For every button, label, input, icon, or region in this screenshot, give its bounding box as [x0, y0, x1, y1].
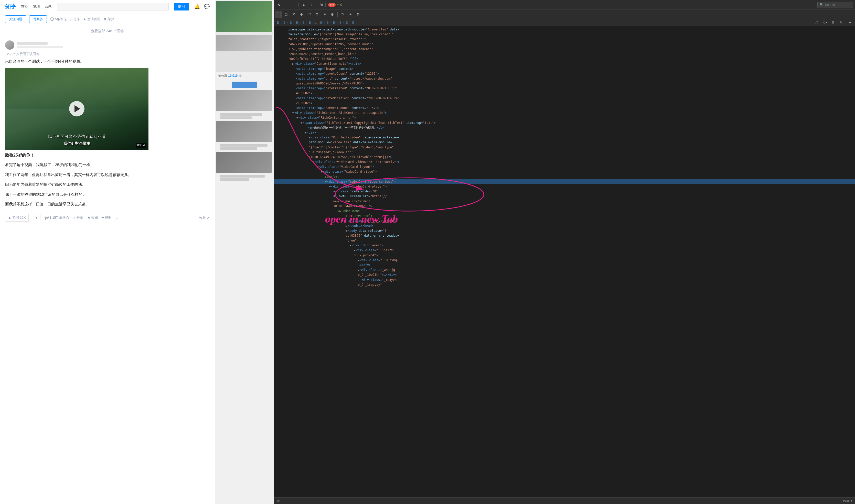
notification-icon[interactable]: 🔔 [194, 4, 200, 10]
triangle-38[interactable] [337, 209, 339, 214]
breadcrumb-item-1[interactable]: E [276, 20, 280, 24]
zhihu-search-input[interactable] [57, 3, 169, 11]
follow-question-button[interactable]: 关注问题 [5, 15, 26, 23]
code-line-18[interactable]: <div class="RichContent RichContent--une… [274, 110, 855, 115]
invite-action[interactable]: ★ 邀请回答 [83, 17, 101, 21]
triangle-41[interactable] [346, 223, 347, 229]
thumb-item-4[interactable] [216, 90, 272, 111]
code-line-45[interactable]: <div id="player"> [274, 243, 855, 248]
breadcrumb-item-6[interactable]: E [308, 20, 312, 24]
answer-count[interactable]: 查看全部 246 个回答 [0, 25, 215, 36]
triangle-33[interactable] [329, 184, 331, 189]
code-line-20[interactable]: <span class="RichText ztext CopyrightRic… [274, 121, 855, 125]
thumb-item-1[interactable] [216, 1, 272, 32]
triangle-22[interactable] [304, 130, 306, 135]
devtools-code-area[interactable]: itemscope data-za-detail-view-path-modul… [274, 26, 855, 497]
breadcrumb-item-7[interactable]: E [319, 20, 323, 24]
breadcrumb-item-9[interactable]: E [332, 20, 336, 24]
code-line-29[interactable]: <div class="VideoCard-layout"> [274, 164, 855, 169]
performance-tool-button[interactable]: ⬚ [306, 11, 313, 18]
code-line-40[interactable]: <html class="gr__v_vzuu_com"> [274, 218, 855, 223]
upvote-dropdown[interactable]: ▼ [33, 214, 40, 221]
sources-tool-button[interactable]: ⟲ [290, 11, 297, 18]
application-tool-button[interactable]: ≡ [321, 11, 328, 18]
thumb-item-6[interactable] [216, 152, 272, 173]
network-tool-button[interactable]: ⊕ [298, 11, 305, 18]
console-tool-button[interactable]: □ [283, 11, 290, 18]
nav-home[interactable]: 首页 [21, 4, 28, 9]
settings-tool-button[interactable]: ⚙ [354, 11, 362, 18]
share-button[interactable]: ▷ 分享 [73, 215, 83, 220]
report-action[interactable]: ⚑ 举报 [104, 17, 115, 21]
triangle-20[interactable] [300, 121, 302, 125]
breadcrumb-item-2[interactable]: E [282, 20, 286, 24]
code-line-33[interactable]: <div class="VideoCard-player"> [274, 184, 855, 189]
triangle-42[interactable] [346, 229, 347, 233]
devtools-close-button[interactable]: ✕ [276, 2, 282, 8]
nav-topics[interactable]: 话题 [45, 4, 52, 9]
print-icon[interactable]: 🖨 [813, 19, 820, 26]
breadcrumb-item-10[interactable]: E [338, 20, 342, 24]
triangle-19[interactable] [296, 115, 298, 120]
code-line-23[interactable]: <div class="RichText-video" data-za-deta… [274, 135, 855, 140]
triangle-46[interactable] [354, 248, 355, 253]
share-action[interactable]: ▷ 分享 [70, 17, 80, 21]
code-line-50[interactable]: <div class="_w3ddjq- [274, 268, 855, 272]
code-line-41[interactable]: <head>…</head> [274, 223, 855, 229]
comment-action[interactable]: 💬 5条评论 [50, 17, 67, 21]
code-line-30[interactable]: <div class="VideoCard-video"> [274, 169, 855, 174]
code-line-28[interactable]: <div class="VideoCard VideoCard--interac… [274, 160, 855, 164]
triangle-48[interactable] [358, 258, 360, 263]
thumb-item-2[interactable] [216, 35, 272, 51]
breadcrumb-item-3[interactable]: E [289, 20, 293, 24]
code-line-34[interactable]: <iframe frameborder="0" [274, 189, 855, 194]
triangle-23[interactable] [309, 135, 310, 140]
code-line-46[interactable]: <div class="_15pa12t- [274, 248, 855, 253]
triangle-40[interactable] [342, 218, 343, 223]
triangle-50[interactable] [358, 268, 360, 272]
device-toolbar-button[interactable]: ↻ [339, 11, 346, 18]
message-icon[interactable]: 💬 [204, 4, 210, 10]
write-answer-button[interactable]: 写回答 [29, 15, 47, 23]
triangle-30[interactable] [321, 169, 322, 174]
devtools-download-button[interactable]: ↓ [309, 2, 314, 8]
code-line-8[interactable]: <div class="ContentItem-meta"></div> [274, 61, 855, 66]
triangle-45[interactable] [350, 243, 351, 248]
collapse-button[interactable]: 收起 ∧ [199, 215, 210, 220]
more-bottom-button[interactable]: ... [116, 216, 119, 219]
devtools-search-input[interactable] [825, 3, 851, 7]
devtools-refresh-button[interactable]: ↻ [301, 2, 307, 8]
more-action[interactable]: ... [118, 17, 121, 21]
devtools-minimize-button[interactable]: — [290, 2, 296, 8]
ask-button[interactable]: 提问 [174, 3, 189, 11]
triangle-18[interactable] [292, 110, 294, 115]
thanks-button[interactable]: ♥ 感谢 [102, 215, 112, 220]
memory-tool-button[interactable]: ⚙ [313, 11, 320, 18]
elements-tool-button[interactable]: ⬛ [275, 11, 282, 18]
console-toggle-button[interactable]: ≫ [277, 499, 280, 502]
breadcrumb-item-12[interactable]: E [351, 20, 355, 24]
breadcrumb-item-4[interactable]: E [295, 20, 299, 24]
more-tools-button[interactable]: + [347, 11, 354, 18]
security-tool-button[interactable]: ⊕ [329, 11, 336, 18]
edit-icon[interactable]: ✎ [838, 19, 845, 26]
breadcrumb-item-5[interactable]: E [301, 20, 306, 24]
video-play-button[interactable] [69, 101, 85, 116]
code-line-22[interactable]: <div> [274, 130, 855, 135]
thumb-item-3[interactable] [216, 51, 272, 72]
comment-button[interactable]: 💬 1,157 条评论 [45, 215, 69, 220]
more-icon[interactable]: ⋯ [846, 19, 853, 26]
triangle-34[interactable] [333, 189, 335, 194]
code-line-19[interactable]: <div class="RichContent-inner"> [274, 115, 855, 120]
triangle-8[interactable] [292, 61, 294, 66]
code-icon[interactable]: <> [821, 19, 828, 26]
code-line-38[interactable]: ▶ #document [274, 209, 855, 214]
upvote-button[interactable]: ▲ 赞同 12K [5, 214, 29, 221]
devtools-detach-button[interactable]: □ [283, 2, 289, 8]
breadcrumb-item-8[interactable]: E [326, 20, 329, 24]
triangle-28[interactable] [313, 160, 314, 164]
nav-discover[interactable]: 发现 [33, 4, 40, 9]
collect-button[interactable]: ★ 收藏 [87, 215, 98, 220]
triangle-29[interactable] [317, 164, 318, 169]
code-line-48[interactable]: <div class="_190hxbq- [274, 258, 855, 263]
